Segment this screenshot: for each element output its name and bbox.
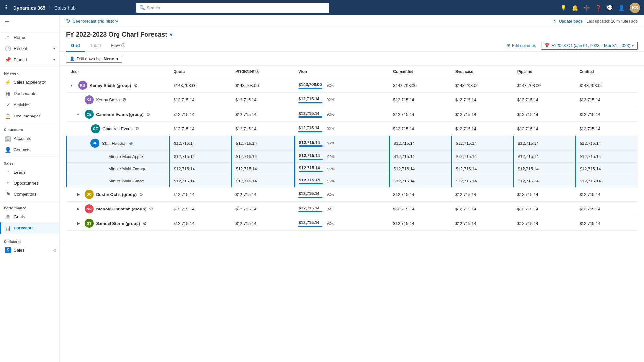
avatar-samuel-storm-group: SS	[85, 219, 94, 228]
sidebar-hamburger[interactable]: ☰	[1, 18, 58, 29]
prediction-kenny-smith: $12,715.14	[232, 93, 295, 107]
sidebar-item-sales[interactable]: S Sales ◁	[0, 245, 59, 255]
prediction-kenny-smith-group: $143,708.00	[232, 78, 295, 93]
user-config-icon-dustin-ochs-group[interactable]: ⚙	[139, 192, 143, 197]
sidebar-item-deal-manager[interactable]: 📋 Deal manager	[0, 110, 59, 122]
prediction-samuel-storm-group: $12,715.14	[232, 216, 295, 231]
pipeline-cameron-evans: $12,715.14	[514, 122, 576, 136]
tabs-right: ⊞ Edit columns 📅 FY2023 Q1 (Jan 01, 2023…	[507, 42, 638, 50]
user-config-icon-nichole-christian-group[interactable]: ⚙	[149, 206, 153, 211]
drill-down-btn[interactable]: 👤 Drill down by: None ▾	[66, 55, 122, 63]
prediction-dustin-ochs-group: $12,715.14	[232, 187, 295, 202]
expand-btn-cameron-evans-group[interactable]: ▾	[77, 112, 82, 116]
sidebar-item-pinned[interactable]: 📌 Pinned ▾	[0, 54, 59, 65]
sidebar-item-contacts[interactable]: 👤 Contacts	[0, 144, 59, 155]
sales-arrow: ◁	[53, 248, 55, 252]
home-icon: ⌂	[5, 34, 11, 40]
apps-icon[interactable]: ⠿	[4, 4, 8, 11]
bell-icon[interactable]: 🔔	[572, 5, 578, 11]
best-case-minute-maid-orange: $12,715.14	[451, 163, 514, 175]
goals-icon: ◎	[5, 214, 11, 220]
forecast-tbody: ▾KSKenny Smith (group)⚙$143,708.00$143,7…	[67, 78, 638, 231]
col-best-case: Best case	[451, 66, 514, 78]
omitted-cameron-evans-group: $12,715.14	[575, 107, 638, 122]
pipeline-kenny-smith-group: $143,708.00	[514, 78, 576, 93]
forecast-history-icon: ↻	[66, 18, 70, 24]
table-row[interactable]: CECameron Evans⚙$12,715.14$12,715.14$12,…	[67, 122, 638, 136]
user-config-icon-kenny-smith[interactable]: ⚙	[122, 97, 127, 102]
sidebar-item-activities[interactable]: ✓ Activities	[0, 99, 59, 110]
user-config-icon-stan-hadden[interactable]: ⊕	[129, 141, 133, 146]
user-name-kenny-smith-group: Kenny Smith (group)	[90, 83, 131, 88]
user-avatar[interactable]: KS	[630, 3, 640, 13]
table-row[interactable]: ▶NCNichole Christian (group)⚙$12,715.14$…	[67, 202, 638, 216]
forecast-history-link[interactable]: See forecast grid history	[73, 19, 118, 23]
sales-icon: S	[5, 247, 11, 253]
user-icon[interactable]: 👤	[618, 5, 625, 11]
table-row[interactable]: Minute Maid Grape$12,715.14$12,715.14$12…	[67, 175, 638, 187]
expand-btn-nichole-christian-group[interactable]: ▶	[77, 207, 82, 211]
content-area: ↻ See forecast grid history ↻ Update pag…	[60, 15, 644, 362]
user-config-icon-cameron-evans-group[interactable]: ⚙	[146, 112, 150, 117]
committed-dustin-ochs-group: $12,715.14	[389, 187, 451, 202]
forecasts-icon: 📊	[5, 225, 11, 231]
user-config-icon-cameron-evans[interactable]: ⚙	[135, 126, 139, 131]
update-page-btn[interactable]: ↻ Update page	[553, 19, 582, 23]
period-selector[interactable]: 📅 FY2023 Q1 (Jan 01, 2023 – Mar 31, 2023…	[541, 42, 638, 50]
user-name-nichole-christian-group: Nichole Christian (group)	[96, 207, 147, 211]
sidebar-item-accounts[interactable]: 🏢 Accounts	[0, 133, 59, 144]
table-row[interactable]: KSKenny Smith⚙$12,715.14$12,715.14$12,71…	[67, 93, 638, 107]
accelerator-icon: ⚡	[5, 79, 11, 85]
customers-header: Customers	[0, 125, 59, 133]
sidebar-item-home[interactable]: ⌂ Home	[0, 32, 59, 43]
forecast-title-dropdown[interactable]: ▾	[170, 31, 173, 38]
drill-down-user-icon: 👤	[70, 56, 75, 61]
best-case-stan-hadden: $12,715.14	[451, 136, 514, 151]
search-placeholder: Search	[147, 5, 160, 10]
committed-kenny-smith-group: $143,708.00	[389, 78, 451, 93]
sidebar-item-dashboards[interactable]: ▦ Dashboards	[0, 88, 59, 99]
search-bar[interactable]: 🔍 Search	[136, 3, 329, 13]
avatar-kenny-smith: KS	[85, 95, 94, 104]
competitors-icon: ⚑	[5, 191, 11, 197]
prediction-minute-maid-grape: $12,715.14	[232, 175, 295, 187]
table-row[interactable]: ▶DODustin Ochs (group)⚙$12,715.14$12,715…	[67, 187, 638, 202]
flow-info-icon: ⓘ	[121, 43, 125, 48]
table-row[interactable]: ▶SSSamuel Storm (group)⚙$12,715.14$12,71…	[67, 216, 638, 231]
avatar-nichole-christian-group: NC	[85, 204, 94, 213]
contacts-icon: 👤	[5, 147, 11, 153]
user-config-icon-samuel-storm-group[interactable]: ⚙	[143, 221, 147, 226]
expand-btn-samuel-storm-group[interactable]: ▶	[77, 221, 82, 226]
table-row[interactable]: ▾KSKenny Smith (group)⚙$143,708.00$143,7…	[67, 78, 638, 93]
sidebar-item-goals[interactable]: ◎ Goals	[0, 211, 59, 222]
help-icon[interactable]: ❓	[595, 5, 601, 11]
tab-grid[interactable]: Grid	[66, 40, 85, 52]
sidebar-item-sales-accelerator[interactable]: ⚡ Sales accelerator	[0, 77, 59, 88]
tab-flow[interactable]: Flow ⓘ	[106, 40, 130, 52]
user-config-icon-kenny-smith-group[interactable]: ⚙	[134, 83, 138, 88]
sidebar-item-opportunities[interactable]: ○ Opportunities	[0, 178, 59, 189]
sidebar-item-recent[interactable]: 🕐 Recent ▾	[0, 43, 59, 54]
table-row[interactable]: Minute Maid Apple$12,715.14$12,715.14$12…	[67, 151, 638, 163]
col-omitted: Omitted	[575, 66, 638, 78]
won-samuel-storm-group: $12,715.1492%	[295, 216, 389, 231]
plus-icon[interactable]: ➕	[583, 5, 590, 11]
table-row[interactable]: SHStan Hadden⊕$12,715.14$12,715.14$12,71…	[67, 136, 638, 151]
tab-trend[interactable]: Trend	[85, 40, 106, 52]
expand-btn-kenny-smith-group[interactable]: ▾	[71, 83, 76, 88]
expand-btn-dustin-ochs-group[interactable]: ▶	[77, 192, 82, 197]
sidebar-item-competitors[interactable]: ⚑ Competitors	[0, 189, 59, 200]
sidebar-item-forecasts[interactable]: 📊 Forecasts	[0, 222, 59, 234]
committed-cameron-evans-group: $12,715.14	[389, 107, 451, 122]
quota-dustin-ochs-group: $12,715.14	[170, 187, 232, 202]
best-case-samuel-storm-group: $12,715.14	[451, 216, 514, 231]
lightbulb-icon[interactable]: 💡	[560, 5, 567, 11]
edit-columns-btn[interactable]: ⊞ Edit columns	[507, 43, 536, 48]
table-row[interactable]: ▾CECameron Evans (group)⚙$12,715.14$12,7…	[67, 107, 638, 122]
table-row[interactable]: Minute Maid Orange$12,715.14$12,715.14$1…	[67, 163, 638, 175]
best-case-minute-maid-apple: $12,715.14	[451, 151, 514, 163]
prediction-stan-hadden: $12,715.14	[232, 136, 295, 151]
won-pct-minute-maid-apple: 92%	[327, 155, 335, 159]
chat-icon[interactable]: 💬	[607, 5, 613, 11]
sidebar-item-leads[interactable]: ↑ Leads	[0, 167, 59, 178]
